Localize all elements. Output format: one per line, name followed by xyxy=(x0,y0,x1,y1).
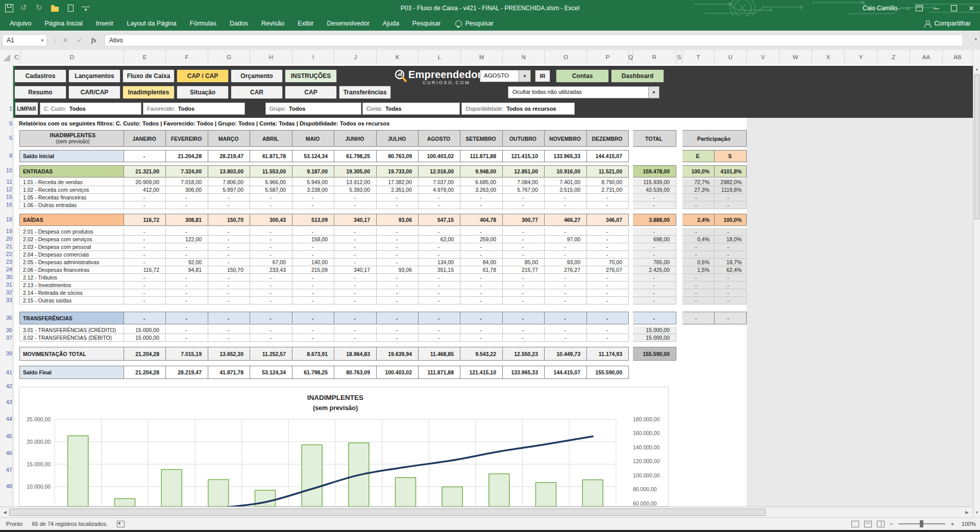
row-header-23[interactable]: 23 xyxy=(0,259,12,265)
row-header-41[interactable]: 41 xyxy=(0,369,12,375)
cell-r301-m11[interactable]: - xyxy=(545,326,587,334)
cell-entradas-m7[interactable]: 19.733,00 xyxy=(377,165,419,178)
cell-r214-m1[interactable]: - xyxy=(124,289,166,297)
row-header-15[interactable]: 15 xyxy=(0,194,12,200)
cell-r202-m9[interactable]: 259,00 xyxy=(460,236,503,243)
cell-r215-m8[interactable]: - xyxy=(419,297,460,305)
cell-r105-m1[interactable]: - xyxy=(124,194,166,201)
cell-r101-m9[interactable]: 6.685,00 xyxy=(460,179,503,186)
cell-r215-m2[interactable]: - xyxy=(166,297,208,305)
cell-r213-m4[interactable]: - xyxy=(250,282,292,289)
cell-r301-m5[interactable]: - xyxy=(292,326,334,334)
cell-r203-m10[interactable]: - xyxy=(503,243,545,251)
cell-r202-parts[interactable]: 18,0% xyxy=(715,236,747,243)
cell-r301-m10[interactable]: - xyxy=(503,326,545,334)
row-header-35[interactable]: 35 xyxy=(0,315,12,321)
cell-r205-m7[interactable]: - xyxy=(377,259,419,266)
nav-button-inadimplentes[interactable]: Inadimplentes xyxy=(122,86,175,99)
cell-mov-m3[interactable]: 13.652,30 xyxy=(208,347,250,361)
cell-r201-m11[interactable]: - xyxy=(545,228,587,236)
cell-r206-parte[interactable]: 1,5% xyxy=(682,266,715,274)
cell-r203-m4[interactable]: - xyxy=(250,243,292,251)
nav-button-instrucoes[interactable]: INSTRUÇÕES xyxy=(285,69,337,83)
cell-r101-m8[interactable]: 7.037,00 xyxy=(419,179,460,186)
row-header-45[interactable]: 45 xyxy=(0,433,12,439)
cell-mov-m4[interactable]: 11.252,57 xyxy=(250,347,292,361)
cell-r212-m6[interactable]: - xyxy=(334,274,377,282)
cell-r101-m6[interactable]: 13.912,00 xyxy=(334,179,377,186)
cell-r204-total[interactable]: - xyxy=(633,251,676,259)
cell-r201-m1[interactable]: - xyxy=(124,228,166,236)
ribbon-tab-pagina-inicial[interactable]: Página Inicial xyxy=(38,16,89,31)
cell-transf-m6[interactable]: - xyxy=(334,312,377,324)
cell-r102-m3[interactable]: 5.997,00 xyxy=(208,186,250,194)
row-header-48[interactable]: 48 xyxy=(0,483,12,489)
column-header-p[interactable]: P xyxy=(587,50,629,64)
row-header-30[interactable]: 30 xyxy=(0,274,12,280)
nav-button-car-cap[interactable]: CAR/CAP xyxy=(68,86,120,99)
cell-mov-m1[interactable]: 21.204,28 xyxy=(124,347,166,361)
nav-button-car[interactable]: CAR xyxy=(231,86,283,99)
cell-entradas-parte[interactable]: 100,0% xyxy=(682,165,715,178)
cell-r215-parte[interactable]: - xyxy=(682,297,715,305)
cancel-entry-icon[interactable]: ✕ xyxy=(59,34,71,46)
cell-r205-m1[interactable]: - xyxy=(124,259,166,266)
cell-transf-m4[interactable]: - xyxy=(250,312,292,324)
vertical-scroll-thumb[interactable] xyxy=(974,74,979,219)
cell-saldo_final-m10[interactable]: 133.965,33 xyxy=(503,366,545,379)
redo-icon[interactable] xyxy=(36,4,44,12)
cell-saidas-m4[interactable]: 300,43 xyxy=(250,214,292,226)
month-header-julho[interactable]: JULHO xyxy=(377,130,419,147)
cell-r102-m2[interactable]: 306,00 xyxy=(166,186,208,194)
cell-r202-m6[interactable]: - xyxy=(334,236,377,243)
cell-r302-m7[interactable]: - xyxy=(377,334,419,342)
cell-r206-m6[interactable]: 340,17 xyxy=(334,266,377,274)
cell-r206-m9[interactable]: 61,78 xyxy=(460,266,503,274)
cell-r201-total[interactable]: - xyxy=(633,228,676,236)
cell-r202-parte[interactable]: 0,4% xyxy=(682,236,715,243)
column-header-t[interactable]: T xyxy=(682,50,715,64)
cell-saidas-m8[interactable]: 547,15 xyxy=(419,214,460,226)
cell-r213-m6[interactable]: - xyxy=(334,282,377,289)
filter-field-grupo[interactable]: Grupo:Todos xyxy=(265,103,361,115)
cell-mov-m2[interactable]: 7.015,19 xyxy=(166,347,208,361)
column-header-h[interactable]: H xyxy=(250,50,292,64)
cell-r201-parts[interactable]: - xyxy=(715,228,747,236)
cell-r106-m5[interactable]: - xyxy=(292,201,334,209)
cell-r105-m9[interactable]: - xyxy=(460,194,503,201)
cell-r105-m3[interactable]: - xyxy=(208,194,250,201)
cell-r105-m12[interactable]: - xyxy=(587,194,629,201)
entradas-col-header[interactable]: E xyxy=(682,150,715,162)
cell-r205-m6[interactable]: - xyxy=(334,259,377,266)
row-header-46[interactable]: 46 xyxy=(0,450,12,456)
ribbon-tab-ajuda[interactable]: Ajuda xyxy=(376,16,406,31)
cell-saldo_inicial-m12[interactable]: 144.415,07 xyxy=(587,150,629,162)
cell-r212-m8[interactable]: - xyxy=(419,274,460,282)
cell-r203-m2[interactable]: - xyxy=(166,243,208,251)
cell-saldo_final-m4[interactable]: 53.124,34 xyxy=(250,366,292,379)
ribbon-tab-dados[interactable]: Dados xyxy=(223,16,255,31)
cell-r215-parts[interactable]: - xyxy=(715,297,747,305)
cell-r206-m12[interactable]: 276,07 xyxy=(587,266,629,274)
row-header-32[interactable]: 32 xyxy=(0,289,12,295)
cell-r214-total[interactable]: - xyxy=(633,289,676,297)
customize-quick-access-icon[interactable]: ▾ xyxy=(82,7,90,12)
cell-r302-m11[interactable]: - xyxy=(545,334,587,342)
cell-saidas-total[interactable]: 3.888,00 xyxy=(633,214,676,226)
column-header-o[interactable]: O xyxy=(545,50,587,64)
cell-saldo_inicial-m2[interactable]: 21.204,28 xyxy=(166,150,208,162)
month-header-novembro[interactable]: NOVEMBRO xyxy=(545,130,587,147)
cell-r206-m3[interactable]: 150,70 xyxy=(208,266,250,274)
zoom-level[interactable]: 100% xyxy=(962,521,976,527)
month-header-janeiro[interactable]: JANEIRO xyxy=(124,130,166,147)
filter-field-disponibilidade[interactable]: Disponibilidade:Todos os recursos xyxy=(461,103,575,115)
cell-transf-parts[interactable]: - xyxy=(715,312,747,324)
cell-saidas-parts[interactable]: 100,0% xyxy=(715,214,747,226)
row-label-entradas[interactable]: ENTRADAS xyxy=(19,165,124,178)
cell-r101-m1[interactable]: 20.909,00 xyxy=(124,179,166,186)
cell-r301-m2[interactable]: - xyxy=(166,326,208,334)
cell-saidas-m12[interactable]: 346,07 xyxy=(587,214,629,226)
cell-transf-m8[interactable]: - xyxy=(419,312,460,324)
cell-r203-total[interactable]: - xyxy=(633,243,676,251)
cell-r201-m9[interactable]: - xyxy=(460,228,503,236)
